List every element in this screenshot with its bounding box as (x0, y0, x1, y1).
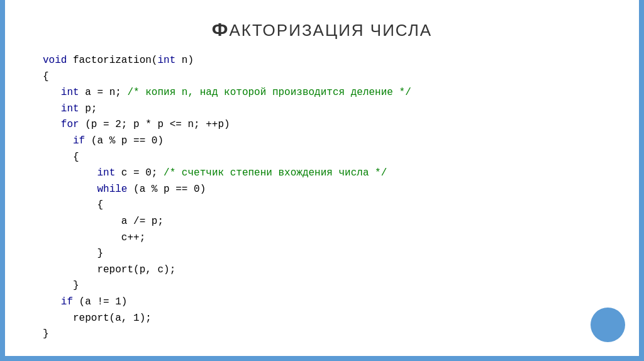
keyword-int-2: int (61, 87, 79, 98)
code-line-17: report(a, 1); (43, 311, 601, 327)
code-line-12: c++; (43, 230, 601, 247)
keyword-void: void (43, 55, 67, 66)
code-line-18: } (43, 326, 601, 343)
code-line-9: while (a % p == 0) (43, 182, 601, 198)
main-content: ФАКТОРИЗАЦИЯ ЧИСЛА void factorization(in… (5, 0, 639, 356)
code-line-1: void factorization(int n) (43, 53, 601, 69)
code-line-8: int c = 0; /* счетчик степени вхождения … (43, 165, 601, 182)
comment-2: /* счетчик степени вхождения числа */ (164, 167, 387, 179)
code-block: void factorization(int n) { int a = n; /… (43, 53, 601, 343)
code-line-16: if (a != 1) (43, 294, 601, 311)
page-title: ФАКТОРИЗАЦИЯ ЧИСЛА (43, 19, 601, 40)
code-line-15: } (43, 278, 601, 294)
bottom-border (5, 356, 639, 361)
code-line-2: { (43, 69, 601, 86)
comment-1: /* копия n, над которой производится дел… (127, 87, 411, 98)
keyword-int-1: int (157, 55, 175, 66)
left-border (0, 0, 5, 361)
code-line-6: if (a % p == 0) (43, 133, 601, 150)
keyword-if-2: if (61, 296, 73, 308)
keyword-for: for (61, 119, 79, 130)
keyword-if-1: if (73, 135, 85, 147)
right-border (639, 0, 644, 361)
code-line-7: { (43, 150, 601, 166)
code-line-14: report(p, c); (43, 262, 601, 279)
circle-button[interactable] (591, 308, 625, 342)
code-line-3: int a = n; /* копия n, над которой произ… (43, 85, 601, 101)
keyword-int-4: int (97, 167, 115, 179)
keyword-int-3: int (61, 103, 79, 114)
code-line-10: { (43, 197, 601, 214)
code-line-11: a /= p; (43, 214, 601, 230)
keyword-while: while (97, 184, 127, 195)
code-line-5: for (p = 2; p * p <= n; ++p) (43, 117, 601, 133)
code-line-13: } (43, 246, 601, 262)
code-line-4: int p; (43, 101, 601, 118)
